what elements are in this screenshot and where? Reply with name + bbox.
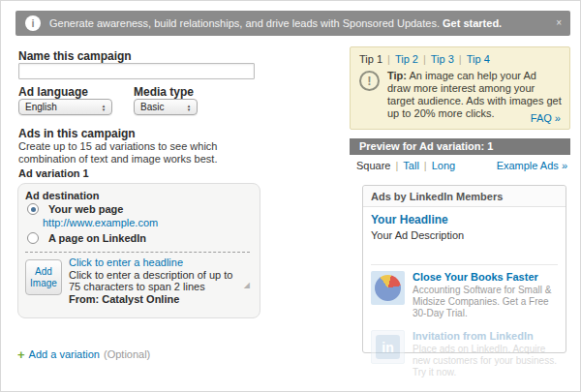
pie-chart-icon — [375, 275, 401, 301]
ad-language-value: English — [19, 102, 98, 112]
linkedin-logo-image: in — [371, 330, 405, 364]
tab-tall[interactable]: Tall — [403, 160, 419, 171]
campaign-setup-page: i Generate awareness, build relationship… — [0, 0, 581, 392]
close-icon[interactable]: × — [556, 17, 562, 29]
radio-label: Your web page — [45, 203, 123, 215]
add-image-button[interactable]: Add Image — [25, 259, 62, 295]
radio-page-on-linkedin[interactable] — [27, 232, 39, 244]
media-type-value: Basic — [135, 102, 183, 112]
pie-chart-image — [371, 271, 405, 305]
name-campaign-label: Name this campaign — [18, 49, 132, 63]
tips-box: Tip 1|Tip 2|Tip 3|Tip 4 ! Tip: An image … — [350, 46, 570, 130]
ad-destination-label: Ad destination — [25, 190, 99, 201]
tab-separator: | — [459, 53, 462, 65]
tab-square[interactable]: Square — [356, 160, 390, 171]
media-type-select[interactable]: Basic ▴ ▾ — [134, 99, 198, 115]
destination-url-link[interactable]: http://www.example.com — [43, 217, 158, 228]
tips-tabs: Tip 1|Tip 2|Tip 3|Tip 4 — [359, 53, 490, 65]
example-ad-headline[interactable]: Close Your Books Faster — [413, 271, 558, 283]
tab-separator: | — [395, 160, 398, 171]
ads-by-members-header: Ads by LinkedIn Members — [363, 186, 566, 207]
stepper-icon: ▴ ▾ — [183, 104, 197, 111]
tab-long[interactable]: Long — [432, 160, 455, 171]
example-ad-row: Close Your Books Faster Accounting Softw… — [371, 271, 558, 319]
tab-tip-3[interactable]: Tip 3 — [431, 53, 454, 65]
example-ad-headline[interactable]: Invitation from LinkedIn — [413, 330, 558, 342]
ad-language-select[interactable]: English ▴ ▾ — [18, 99, 112, 115]
tip-label: Tip: — [387, 70, 407, 81]
ads-description: Create up to 15 ad variations to see whi… — [18, 140, 268, 166]
tab-separator: | — [387, 53, 390, 65]
enter-description-area[interactable]: Click to enter a description of up to 75… — [69, 269, 241, 292]
preview-header: Preview for Ad variation: 1 — [350, 138, 570, 155]
tab-separator: | — [424, 160, 427, 171]
destination-option-linkedin-page[interactable]: A page on LinkedIn — [27, 232, 146, 244]
from-company-label: From: Catalyst Online — [69, 293, 179, 305]
tab-separator: | — [423, 53, 426, 65]
add-variation-link[interactable]: Add a variation — [29, 348, 100, 360]
divider — [25, 252, 250, 253]
resize-handle-icon[interactable]: ◢ — [244, 281, 250, 289]
preview-tabs: Square|Tall|Long Example Ads » — [350, 160, 570, 173]
radio-your-web-page[interactable] — [27, 203, 39, 215]
preview-ad-description: Your Ad Description — [371, 229, 558, 241]
info-icon: i — [25, 15, 41, 31]
stepper-down-icon: ▾ — [103, 107, 106, 111]
destination-option-web-page[interactable]: Your web page — [27, 203, 123, 215]
enter-headline-link[interactable]: Click to enter a headline — [69, 256, 183, 268]
example-ad-row: in Invitation from LinkedIn Place ads on… — [371, 330, 558, 378]
plus-icon: + — [17, 349, 25, 360]
divider — [371, 264, 558, 265]
tab-tip-4[interactable]: Tip 4 — [467, 53, 490, 65]
example-ad-description: Accounting Software for Small & Midsize … — [413, 285, 558, 319]
ad-language-label: Ad language — [18, 85, 88, 99]
ads-in-campaign-heading: Ads in this campaign — [18, 127, 136, 140]
sponsored-updates-banner: i Generate awareness, build relationship… — [15, 11, 570, 36]
example-ads-link[interactable]: Example Ads » — [497, 160, 567, 171]
preview-body: Your Headline Your Ad Description Close … — [363, 207, 566, 384]
radio-label: A page on LinkedIn — [45, 232, 146, 244]
preview-headline[interactable]: Your Headline — [371, 213, 558, 226]
linkedin-in-icon: in — [376, 335, 400, 359]
add-variation-row[interactable]: + Add a variation (Optional) — [17, 348, 150, 360]
faq-link[interactable]: FAQ » — [531, 112, 561, 124]
stepper-down-icon: ▾ — [188, 107, 191, 111]
optional-label: (Optional) — [104, 348, 150, 360]
tab-tip-1[interactable]: Tip 1 — [359, 53, 382, 65]
ad-variation-heading: Ad variation 1 — [18, 167, 89, 179]
stepper-icon: ▴ ▾ — [98, 104, 111, 111]
banner-text: Generate awareness, build relationships,… — [49, 17, 502, 29]
example-ad-description: Place ads on LinkedIn. Acquire new custo… — [413, 344, 558, 378]
exclamation-icon: ! — [359, 71, 380, 91]
tab-tip-2[interactable]: Tip 2 — [395, 53, 418, 65]
ad-variation-panel: Ad destination Your web page http://www.… — [17, 183, 260, 318]
campaign-name-input[interactable] — [18, 63, 255, 79]
ad-preview-box: Ads by LinkedIn Members Your Headline Yo… — [362, 185, 566, 353]
get-started-link[interactable]: Get started. — [443, 17, 502, 29]
media-type-label: Media type — [134, 85, 194, 99]
